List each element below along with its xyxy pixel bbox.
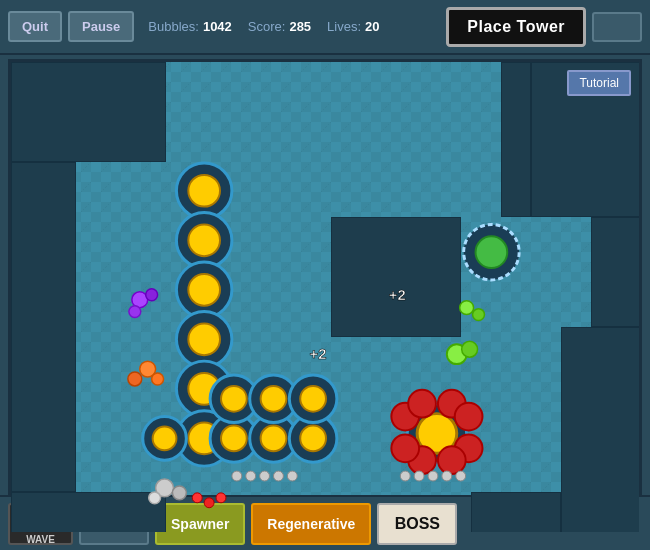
svg-point-3	[188, 224, 220, 256]
svg-point-28	[391, 403, 419, 431]
score-stat: Score: 285	[248, 19, 311, 34]
bubbles-value: 1042	[203, 19, 232, 34]
svg-point-31	[455, 403, 483, 431]
svg-point-57	[460, 301, 474, 315]
svg-point-50	[152, 373, 164, 385]
svg-point-7	[188, 323, 220, 355]
platform-bottom-left	[11, 492, 166, 535]
svg-point-46	[146, 289, 158, 301]
svg-point-10	[176, 411, 231, 466]
svg-point-32	[455, 434, 483, 462]
svg-point-26	[407, 404, 466, 463]
tutorial-button[interactable]: Tutorial	[567, 70, 631, 96]
top-spacer	[592, 12, 642, 42]
svg-point-36	[400, 471, 410, 481]
score-label: Score:	[248, 19, 286, 34]
svg-point-41	[464, 224, 519, 279]
svg-point-21	[221, 386, 247, 412]
pause-button[interactable]: Pause	[68, 11, 134, 42]
svg-point-13	[153, 427, 177, 451]
svg-point-30	[438, 390, 466, 418]
svg-point-17	[261, 426, 287, 452]
svg-text:+2: +2	[310, 346, 327, 362]
game-area[interactable]: Tutorial	[8, 59, 642, 535]
svg-point-35	[391, 434, 419, 462]
platform-right-bottom	[561, 327, 642, 535]
svg-point-47	[129, 306, 141, 318]
svg-point-27	[417, 414, 457, 454]
svg-point-62	[246, 471, 256, 481]
svg-point-2	[176, 213, 231, 268]
platform-top-right-mid	[501, 62, 531, 217]
platform-bottom-right	[471, 492, 561, 535]
svg-point-14	[210, 415, 258, 463]
platform-left-top	[11, 62, 166, 162]
svg-point-58	[473, 309, 485, 321]
svg-point-64	[273, 471, 283, 481]
svg-point-45	[132, 292, 148, 308]
svg-point-63	[260, 471, 270, 481]
svg-point-65	[287, 471, 297, 481]
top-bar: Quit Pause Bubbles: 1042 Score: 285 Live…	[0, 0, 650, 55]
svg-point-34	[408, 446, 436, 474]
svg-point-38	[428, 471, 438, 481]
svg-point-8	[176, 361, 231, 416]
svg-point-61	[232, 471, 242, 481]
platform-center	[331, 217, 461, 337]
svg-point-42	[476, 236, 508, 268]
spawner-button[interactable]: Spawner	[155, 503, 245, 545]
svg-point-0	[176, 163, 231, 218]
svg-point-20	[210, 375, 258, 423]
boss-button[interactable]: BOSS	[377, 503, 457, 545]
lives-stat: Lives: 20	[327, 19, 379, 34]
bubbles-label: Bubbles:	[148, 19, 199, 34]
bubbles-stat: Bubbles: 1042	[148, 19, 232, 34]
platform-right-mid	[591, 217, 642, 327]
svg-point-5	[188, 274, 220, 306]
svg-point-6	[176, 312, 231, 367]
svg-point-48	[140, 361, 156, 377]
lives-value: 20	[365, 19, 379, 34]
svg-point-39	[442, 471, 452, 481]
score-value: 285	[289, 19, 311, 34]
svg-point-4	[176, 262, 231, 317]
svg-point-23	[261, 386, 287, 412]
stats-display: Bubbles: 1042 Score: 285 Lives: 20	[140, 19, 440, 34]
lives-label: Lives:	[327, 19, 361, 34]
svg-point-24	[289, 375, 337, 423]
svg-point-40	[456, 471, 466, 481]
svg-point-15	[221, 426, 247, 452]
svg-point-49	[128, 372, 142, 386]
svg-point-11	[188, 423, 220, 455]
svg-point-1	[188, 175, 220, 207]
svg-point-18	[289, 415, 337, 463]
svg-point-25	[300, 386, 326, 412]
svg-point-16	[250, 415, 298, 463]
regenerative-button[interactable]: Regenerative	[251, 503, 371, 545]
svg-point-9	[188, 373, 220, 405]
place-tower-button[interactable]: Place Tower	[446, 7, 586, 47]
svg-point-19	[300, 426, 326, 452]
platform-left-mid	[11, 162, 76, 492]
svg-point-12	[143, 417, 187, 461]
next-wave-label2: WAVE	[26, 534, 55, 545]
svg-point-29	[408, 390, 436, 418]
svg-point-44	[462, 341, 478, 357]
svg-point-43	[447, 344, 467, 364]
svg-point-37	[414, 471, 424, 481]
quit-button[interactable]: Quit	[8, 11, 62, 42]
svg-point-22	[250, 375, 298, 423]
svg-point-33	[438, 446, 466, 474]
